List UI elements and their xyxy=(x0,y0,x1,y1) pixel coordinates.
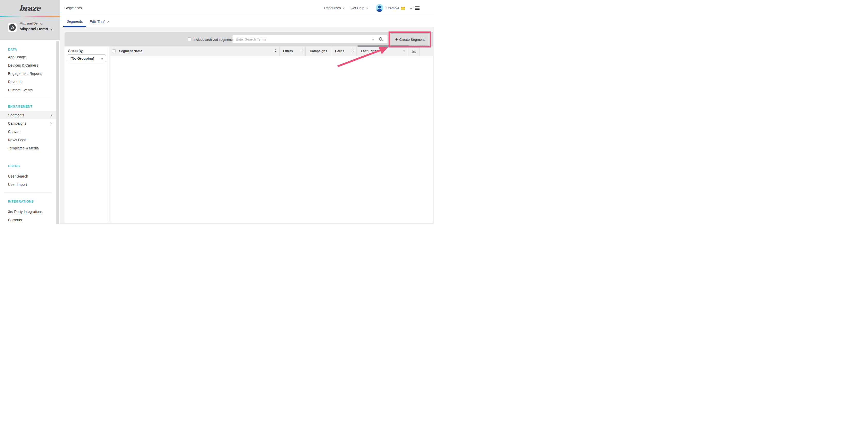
column-drag-indicator xyxy=(358,45,409,47)
sidebar-item-revenue[interactable]: Revenue xyxy=(0,78,56,86)
tab-segments[interactable]: Segments xyxy=(63,20,86,24)
resources-menu[interactable]: Resources xyxy=(324,6,345,10)
user-avatar[interactable] xyxy=(376,4,383,12)
bar-chart-icon xyxy=(412,49,416,53)
braze-dashboard: braze b Mixpanel Demo Mixpanel Demo DATA… xyxy=(0,0,434,224)
sidebar-item-templates-media[interactable]: Templates & Media xyxy=(0,144,56,152)
top-header: Segments Resources Get Help Example xyxy=(60,0,434,16)
chevron-right-icon xyxy=(50,114,52,116)
group-by-label: Group By: xyxy=(68,49,84,53)
tab-edit-test[interactable]: Edit 'Test'× xyxy=(90,20,110,24)
sidebar-item-devices-carriers[interactable]: Devices & Carriers xyxy=(0,61,56,69)
segments-toolbar: Include archived segments + Create Segme… xyxy=(65,32,434,46)
sidebar-item-user-import[interactable]: User Import xyxy=(0,180,56,188)
select-all-checkbox[interactable] xyxy=(112,49,116,53)
search-field xyxy=(232,35,388,43)
sidebar-item-canvas[interactable]: Canvas xyxy=(0,128,56,136)
column-analytics[interactable] xyxy=(409,46,419,56)
get-help-menu[interactable]: Get Help xyxy=(350,6,368,10)
window-scrollbar-track[interactable] xyxy=(433,27,434,224)
sidebar-item-engagement-reports[interactable]: Engagement Reports xyxy=(0,69,56,78)
sidebar: braze b Mixpanel Demo Mixpanel Demo DATA… xyxy=(0,0,60,224)
search-icon[interactable] xyxy=(378,37,383,43)
window-bottom-edge xyxy=(60,223,434,224)
dropdown-caret-icon xyxy=(101,58,103,59)
include-archived-checkbox[interactable] xyxy=(188,37,191,41)
sidebar-divider xyxy=(4,156,51,156)
plus-icon: + xyxy=(395,37,398,42)
page-title: Segments xyxy=(64,6,82,10)
group-by-select[interactable]: [No Grouping] xyxy=(68,55,106,62)
column-cards[interactable]: Cards xyxy=(331,46,356,56)
sort-icon[interactable] xyxy=(275,49,276,52)
sidebar-item-campaigns[interactable]: Campaigns xyxy=(0,119,56,128)
workspace-app-label: Mixpanel Demo xyxy=(20,22,42,25)
avatar-icon xyxy=(376,4,383,12)
hamburger-menu[interactable] xyxy=(415,6,420,11)
sidebar-divider xyxy=(4,192,51,193)
select-all-cell xyxy=(111,46,117,56)
sidebar-item-app-usage[interactable]: App Usage xyxy=(0,53,56,61)
column-segment-name[interactable]: Segment Name xyxy=(117,46,279,56)
sidebar-item-currents[interactable]: Currents xyxy=(0,216,56,224)
active-tab-underline xyxy=(63,26,86,27)
sidebar-item-custom-events[interactable]: Custom Events xyxy=(0,86,56,94)
column-spacer xyxy=(419,46,434,56)
workspace-app-icon: b xyxy=(8,23,17,32)
segments-table-header: Segment Name Filters Campaigns Cards Las… xyxy=(111,46,434,56)
create-segment-button[interactable]: + Create Segment xyxy=(391,33,429,46)
tab-bar: Segments Edit 'Test'× xyxy=(60,16,434,27)
sort-icon[interactable] xyxy=(352,49,354,52)
mixpanel-logo-icon: b xyxy=(9,24,16,31)
sidebar-section-integrations: INTEGRATIONS xyxy=(8,200,56,203)
chevron-down-icon xyxy=(366,7,368,9)
dropdown-caret-icon[interactable] xyxy=(403,50,405,52)
column-campaigns[interactable]: Campaigns xyxy=(305,46,331,56)
group-by-panel: Group By: [No Grouping] xyxy=(65,46,109,224)
chevron-down-icon xyxy=(343,7,345,9)
sidebar-section-users: USERS xyxy=(8,164,56,168)
search-input[interactable] xyxy=(232,35,388,43)
sidebar-item-3rd-party-integrations[interactable]: 3rd Party Integrations xyxy=(0,207,56,216)
sidebar-section-engagement: ENGAGEMENT xyxy=(8,105,56,108)
panel-divider xyxy=(109,46,109,224)
sidebar-scrollbar[interactable] xyxy=(56,41,59,224)
sidebar-item-segments[interactable]: Segments xyxy=(0,111,56,119)
sort-icon[interactable] xyxy=(301,49,303,52)
sidebar-section-data: DATA xyxy=(8,48,56,51)
include-archived-label[interactable]: Include archived segments xyxy=(193,38,234,41)
column-filters[interactable]: Filters xyxy=(279,46,305,56)
user-menu[interactable]: Example xyxy=(386,6,399,10)
column-last-edited[interactable]: Last Edited xyxy=(356,46,409,56)
close-icon[interactable]: × xyxy=(107,20,110,24)
sidebar-nav: DATA App Usage Devices & Carriers Engage… xyxy=(0,40,56,224)
sidebar-item-news-feed[interactable]: News Feed xyxy=(0,136,56,144)
sidebar-item-user-search[interactable]: User Search xyxy=(0,172,56,180)
crown-icon xyxy=(400,5,406,10)
braze-logo[interactable]: braze xyxy=(20,4,40,12)
segments-table-body xyxy=(111,56,434,224)
workspace-switcher[interactable]: b Mixpanel Demo Mixpanel Demo xyxy=(0,17,60,40)
chevron-down-icon xyxy=(50,28,53,30)
search-dropdown-caret-icon[interactable] xyxy=(372,39,374,40)
chevron-down-icon[interactable] xyxy=(410,7,412,9)
chevron-right-icon xyxy=(50,122,52,125)
workspace-name: Mixpanel Demo xyxy=(20,27,52,31)
logo-block: braze xyxy=(0,0,60,16)
